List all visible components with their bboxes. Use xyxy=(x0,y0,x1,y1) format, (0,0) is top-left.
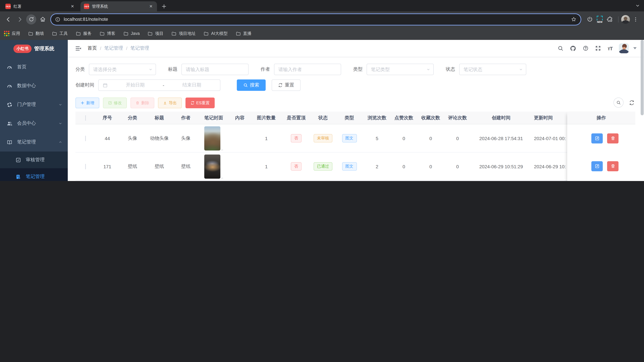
tab-close-icon[interactable]: ✕ xyxy=(148,4,154,9)
delete-button[interactable]: 删除 xyxy=(130,97,154,108)
browser-profile-avatar[interactable] xyxy=(621,15,630,24)
row-checkbox[interactable] xyxy=(85,136,86,141)
sidebar-item-首页[interactable]: 首页 xyxy=(0,58,68,76)
type-select[interactable] xyxy=(366,64,434,75)
page-scrollbar[interactable] xyxy=(641,40,644,181)
tab-search-button[interactable] xyxy=(634,2,641,9)
column-header-点赞次数[interactable]: 点赞次数 xyxy=(390,115,417,121)
category-select-input[interactable] xyxy=(89,67,156,72)
note-cover-image[interactable] xyxy=(204,126,220,150)
forward-button[interactable] xyxy=(15,14,25,24)
breadcrumb-home[interactable]: 首页 xyxy=(88,45,97,51)
bookmark-folder-item[interactable]: AI大模型 xyxy=(204,31,228,36)
users-icon xyxy=(7,120,12,126)
edit-button[interactable]: 修改 xyxy=(103,97,127,108)
help-icon[interactable] xyxy=(583,45,589,51)
home-button[interactable] xyxy=(38,14,48,24)
column-header-类型[interactable]: 类型 xyxy=(335,115,364,121)
back-button[interactable] xyxy=(3,14,14,24)
status-select[interactable] xyxy=(459,64,526,75)
title-input[interactable] xyxy=(182,64,248,75)
browser-tab-2[interactable]: 小红书 管理系统 ✕ xyxy=(80,1,157,11)
sidebar-item-笔记管理[interactable]: 笔记管理 xyxy=(0,168,68,181)
end-date-placeholder[interactable]: 结束日期 xyxy=(168,82,216,88)
row-edit-button[interactable] xyxy=(591,133,603,143)
category-select[interactable] xyxy=(89,64,156,75)
column-header-浏览次数[interactable]: 浏览次数 xyxy=(364,115,390,121)
table-search-toggle-icon[interactable] xyxy=(614,97,624,108)
row-delete-button[interactable] xyxy=(607,133,618,143)
power-extension-icon[interactable] xyxy=(585,14,595,24)
column-header-评论次数[interactable]: 评论次数 xyxy=(444,115,471,121)
bookmark-folder-item[interactable]: 服务 xyxy=(76,31,92,36)
sidebar-item-笔记管理[interactable]: 笔记管理 xyxy=(0,133,68,151)
github-icon[interactable] xyxy=(570,45,576,51)
url-text[interactable]: localhost:81/note/note xyxy=(64,17,571,22)
bookmark-folder-item[interactable]: Java xyxy=(124,31,140,36)
app-logo[interactable]: 小红书 管理系统 xyxy=(0,40,68,58)
column-header-状态[interactable]: 状态 xyxy=(311,115,335,121)
bookmark-apps-item[interactable]: 应用 xyxy=(4,31,20,36)
browser-menu-icon[interactable] xyxy=(630,14,641,24)
title-input-field[interactable] xyxy=(182,67,248,72)
column-header-是否置顶[interactable]: 是否置顶 xyxy=(282,115,311,121)
bookmark-folder-item[interactable]: 博客 xyxy=(100,31,116,36)
user-avatar[interactable] xyxy=(619,43,629,53)
sidebar-item-门户管理[interactable]: 门户管理 xyxy=(0,95,68,114)
sidebar-item-label: 数据中心 xyxy=(17,83,36,89)
font-size-icon[interactable]: тT xyxy=(608,45,612,51)
column-header-分类[interactable]: 分类 xyxy=(119,115,146,121)
column-header-笔记封面[interactable]: 笔记封面 xyxy=(199,115,228,121)
reset-button[interactable]: 重置 xyxy=(272,79,300,91)
site-info-icon[interactable] xyxy=(55,16,60,22)
bookmark-star-icon[interactable] xyxy=(571,16,576,22)
tab-close-icon[interactable]: ✕ xyxy=(70,4,75,9)
fullscreen-icon[interactable] xyxy=(595,45,601,51)
new-tab-button[interactable] xyxy=(160,2,168,11)
es-reset-button[interactable]: ES重置 xyxy=(186,97,215,108)
new-extension-icon[interactable]: NEW xyxy=(596,15,604,23)
breadcrumb: 首页 / 笔记管理 / 笔记管理 xyxy=(88,45,149,51)
add-button[interactable]: 新增 xyxy=(76,97,99,108)
bookmark-folder-item[interactable]: 工具 xyxy=(52,31,68,36)
note-cover-image[interactable] xyxy=(204,154,220,178)
tab-title: 管理系统 xyxy=(92,3,148,9)
bookmark-folder-item[interactable]: 翻墙 xyxy=(28,31,44,36)
header-search-icon[interactable] xyxy=(558,45,564,51)
bookmark-folder-item[interactable]: 项目 xyxy=(148,31,164,36)
column-header-图片数量[interactable]: 图片数量 xyxy=(251,115,282,121)
select-all-checkbox[interactable] xyxy=(76,115,96,120)
row-checkbox[interactable] xyxy=(85,164,86,169)
bookmark-folder-item[interactable]: 直播 xyxy=(236,31,252,36)
author-input[interactable] xyxy=(274,64,341,75)
column-header-收藏次数[interactable]: 收藏次数 xyxy=(417,115,444,121)
reload-button[interactable] xyxy=(26,14,36,24)
browser-tab-1[interactable]: 小红书 红薯 ✕ xyxy=(2,1,78,11)
search-button[interactable]: 搜索 xyxy=(237,79,266,91)
type-select-input[interactable] xyxy=(367,67,433,72)
author-input-field[interactable] xyxy=(274,67,341,72)
url-bar[interactable]: localhost:81/note/note xyxy=(51,14,580,25)
start-date-placeholder[interactable]: 开始日期 xyxy=(111,82,159,88)
column-header-标题[interactable]: 标题 xyxy=(146,115,173,121)
sidebar-item-审核管理[interactable]: 审核管理 xyxy=(0,151,68,168)
status-select-input[interactable] xyxy=(460,67,526,72)
row-edit-button[interactable] xyxy=(591,161,603,171)
row-delete-button[interactable] xyxy=(607,161,618,171)
extensions-puzzle-icon[interactable] xyxy=(605,14,615,24)
export-button[interactable]: 导出 xyxy=(158,97,182,108)
user-menu-caret-icon[interactable] xyxy=(633,47,636,49)
column-header-内容[interactable]: 内容 xyxy=(228,115,251,121)
bookmark-folder-item[interactable]: 项目地址 xyxy=(172,31,196,36)
column-header-序号[interactable]: 序号 xyxy=(96,115,119,121)
column-header-创建时间[interactable]: 创建时间 xyxy=(471,115,531,121)
date-range-picker[interactable]: 开始日期 - 结束日期 xyxy=(98,79,220,91)
column-header-作者[interactable]: 作者 xyxy=(173,115,199,121)
table-refresh-icon[interactable] xyxy=(629,100,634,105)
sidebar-item-数据中心[interactable]: 数据中心 xyxy=(0,76,68,95)
filter-title-label: 标题 xyxy=(168,66,178,72)
breadcrumb-note-mgmt[interactable]: 笔记管理 xyxy=(104,45,123,51)
sidebar-collapse-icon[interactable] xyxy=(75,45,82,51)
scrollbar-thumb[interactable] xyxy=(641,40,644,115)
sidebar-item-会员中心[interactable]: 会员中心 xyxy=(0,114,68,133)
